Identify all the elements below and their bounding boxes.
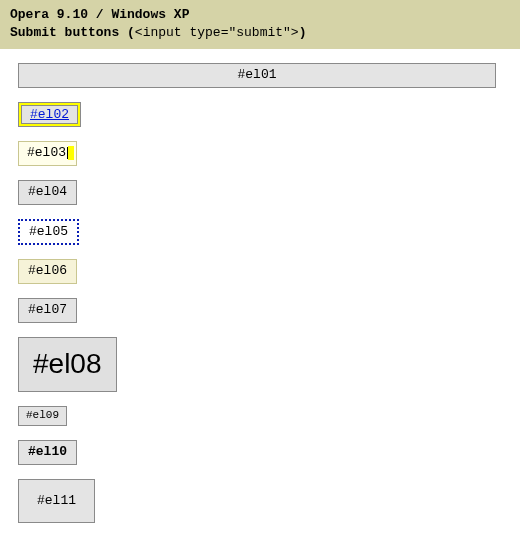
submit-button-el11[interactable]: #el11 [18, 479, 95, 524]
submit-button-el02-wrapper[interactable]: #el02 [18, 102, 81, 127]
submit-button-el05[interactable]: #el05 [18, 219, 79, 246]
header-line2: Submit buttons (<input type="submit">) [10, 24, 510, 42]
submit-button-el08[interactable]: #el08 [18, 337, 117, 392]
submit-button-el02[interactable]: #el02 [21, 105, 78, 124]
submit-button-el01[interactable]: #el01 [18, 63, 496, 88]
header-line2-text: Submit buttons ( [10, 25, 135, 40]
header-line2-after: ) [299, 25, 307, 40]
submit-button-el10[interactable]: #el10 [18, 440, 77, 465]
header-bar: Opera 9.10 / Windows XP Submit buttons (… [0, 0, 520, 49]
submit-button-el09[interactable]: #el09 [18, 406, 67, 426]
submit-button-el06[interactable]: #el06 [18, 259, 77, 284]
submit-button-el03[interactable]: #el03 [18, 141, 77, 166]
submit-button-el03-label: #el03 [27, 144, 66, 163]
submit-button-el07[interactable]: #el07 [18, 298, 77, 323]
submit-button-el04[interactable]: #el04 [18, 180, 77, 205]
header-line2-code: <input type="submit"> [135, 25, 299, 40]
selection-highlight [68, 146, 74, 160]
main-area: #el01 #el02 #el03 #el04 #el05 #el06 #el0… [0, 49, 520, 535]
header-line1: Opera 9.10 / Windows XP [10, 6, 510, 24]
